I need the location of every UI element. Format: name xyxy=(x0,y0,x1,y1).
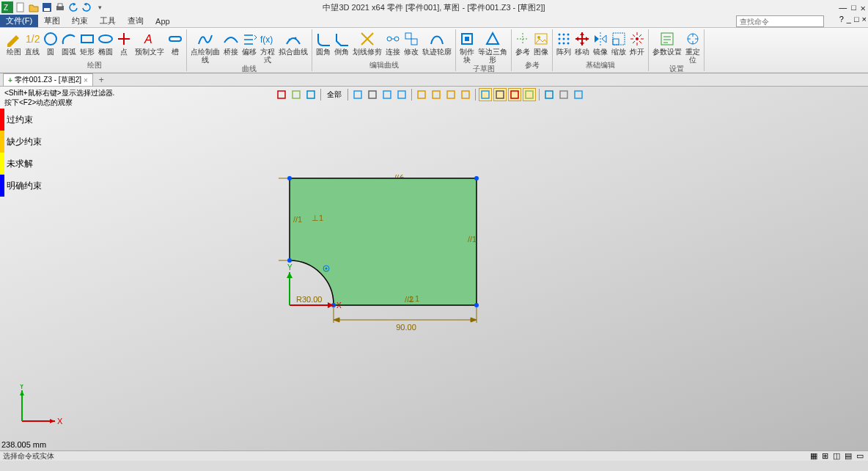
close-icon[interactable]: ⨉ xyxy=(861,3,865,12)
toolbar-box2-icon[interactable] xyxy=(459,88,472,101)
ribbon-btn-镜像[interactable]: 镜像 xyxy=(592,29,609,56)
svg-rect-44 xyxy=(369,91,376,98)
ribbon-btn-参考[interactable]: 参考 xyxy=(514,29,532,56)
svg-point-25 xyxy=(559,34,561,36)
tab-add-button[interactable]: + xyxy=(95,75,108,85)
menu-App[interactable]: App xyxy=(150,15,176,27)
legend-label: 缺少约束 xyxy=(7,136,42,148)
undo-icon[interactable] xyxy=(67,1,79,13)
array-icon xyxy=(556,31,572,47)
ribbon-btn-桥接[interactable]: 桥接 xyxy=(222,29,240,64)
command-search-input[interactable] xyxy=(736,15,824,27)
ribbon-btn-椭圆[interactable]: 椭圆 xyxy=(97,29,114,56)
axis-x-label: X xyxy=(336,302,342,310)
toolbar-exit-icon[interactable] xyxy=(275,88,288,101)
menu-工具[interactable]: 工具 xyxy=(94,15,122,27)
redo-icon[interactable] xyxy=(81,1,92,13)
ribbon-btn-修改[interactable]: 修改 xyxy=(402,29,420,56)
svg-point-10 xyxy=(99,35,112,43)
ribbon-btn-等边三角形[interactable]: 等边三角形 xyxy=(477,29,509,64)
status-more-icon[interactable]: ▭ xyxy=(856,451,864,461)
minimize-icon[interactable]: — xyxy=(839,3,847,12)
status-ortho-icon[interactable]: ⊞ xyxy=(822,451,828,461)
ribbon-btn-偏移[interactable]: 偏移 xyxy=(240,29,258,64)
svg-rect-9 xyxy=(81,35,93,43)
svg-point-16 xyxy=(387,37,391,41)
ribbon-btn-移动[interactable]: 移动 xyxy=(573,29,591,56)
legend-color-icon xyxy=(0,109,4,131)
toolbar-flag-icon[interactable] xyxy=(304,88,317,101)
toolbar-cons-icon[interactable] xyxy=(523,88,536,101)
ribbon-btn-参数设置[interactable]: 参数设置 xyxy=(651,29,683,64)
ribbon-btn-圆弧[interactable]: 圆弧 xyxy=(60,29,78,56)
menu-文件(F)[interactable]: 文件(F) xyxy=(0,15,38,27)
toolbar-all-label[interactable]: 全部 xyxy=(324,90,345,100)
ribbon-btn-炸开[interactable]: 炸开 xyxy=(628,29,646,56)
dim-width[interactable]: 90.00 xyxy=(396,323,416,332)
ribbon-btn-制作块[interactable]: 制作块 xyxy=(458,29,476,64)
ribbon-btn-槽[interactable]: 槽 xyxy=(166,29,184,56)
svg-rect-47 xyxy=(418,91,425,98)
ref-icon xyxy=(515,31,531,47)
ribbon-btn-绘图[interactable]: 绘图 xyxy=(5,29,23,56)
ribbon-btn-缩放[interactable]: 缩放 xyxy=(610,29,628,56)
status-layer-icon[interactable]: ▤ xyxy=(845,451,852,461)
svg-point-31 xyxy=(559,43,561,45)
ribbon-btn-圆[interactable]: 圆 xyxy=(42,29,59,56)
toolbar-dash-icon[interactable] xyxy=(542,88,556,101)
tab-close-icon[interactable]: × xyxy=(84,76,88,84)
child-close-icon[interactable]: × xyxy=(862,15,867,23)
ribbon-btn-直线[interactable]: 1/2直线 xyxy=(23,29,41,56)
toolbar-filt-icon[interactable] xyxy=(493,88,507,101)
menu-约束[interactable]: 约束 xyxy=(66,15,94,27)
ribbon-btn-点绘制曲线[interactable]: 点绘制曲线 xyxy=(189,29,221,64)
print-icon[interactable] xyxy=(54,1,66,13)
ribbon-btn-重定位[interactable]: 重定位 xyxy=(684,29,702,64)
qat-dropdown-icon[interactable]: ▾ xyxy=(94,1,106,13)
ribbon-btn-倒角[interactable]: 倒角 xyxy=(333,29,350,56)
menu-查询[interactable]: 查询 xyxy=(122,15,150,27)
new-icon[interactable] xyxy=(15,1,26,13)
child-min-icon[interactable]: _ xyxy=(847,15,851,23)
toolbar-eye-icon[interactable] xyxy=(557,88,570,101)
explode-icon xyxy=(629,31,645,47)
status-grid-icon[interactable]: ▦ xyxy=(810,451,817,461)
toolbar-grid-icon[interactable] xyxy=(380,88,394,101)
drawing-canvas[interactable]: <Shift+鼠标右键>显示选择过滤器. 按下<F2>动态的观察 全部 过约束缺… xyxy=(0,87,868,450)
toolbar-win-icon[interactable] xyxy=(415,88,428,101)
toolbar-layer-icon[interactable] xyxy=(430,88,443,101)
ribbon-btn-划线修剪[interactable]: 划线修剪 xyxy=(351,29,383,56)
child-max-icon[interactable]: □ xyxy=(854,15,859,23)
save-icon[interactable] xyxy=(41,1,53,13)
toolbar-snap-icon[interactable] xyxy=(508,88,521,101)
ribbon-btn-预制文字[interactable]: A预制文字 xyxy=(133,29,166,56)
open-icon[interactable] xyxy=(28,1,40,13)
toolbar-gear-icon[interactable] xyxy=(572,88,585,101)
maximize-icon[interactable]: □ xyxy=(851,3,856,12)
toolbar-brush-icon[interactable] xyxy=(290,88,303,101)
toolbar-drop-icon[interactable] xyxy=(366,88,379,101)
toolbar-sel-icon[interactable] xyxy=(479,88,492,101)
ribbon-btn-矩形[interactable]: 矩形 xyxy=(78,29,96,56)
spline-icon xyxy=(197,31,213,47)
toolbar-box-icon[interactable] xyxy=(444,88,457,101)
ribbon-btn-拟合曲线[interactable]: 拟合曲线 xyxy=(277,29,309,64)
menu-草图[interactable]: 草图 xyxy=(38,15,66,27)
ribbon-btn-连接[interactable]: 连接 xyxy=(384,29,402,56)
svg-text:f(x): f(x) xyxy=(260,34,273,45)
svg-point-17 xyxy=(394,37,399,41)
toolbar-grid2-icon[interactable] xyxy=(395,88,408,101)
toolbar-cube-icon[interactable] xyxy=(351,88,364,101)
ribbon-btn-阵列[interactable]: 阵列 xyxy=(555,29,573,56)
ribbon-btn-点[interactable]: 点 xyxy=(115,29,133,56)
app-logo-icon[interactable]: Z xyxy=(1,1,13,13)
ribbon-btn-轨迹轮廓[interactable]: 轨迹轮廓 xyxy=(421,29,453,56)
help-icon[interactable]: ? xyxy=(839,15,844,23)
tab-marker-icon: + xyxy=(8,76,12,84)
ribbon-btn-图像[interactable]: 图像 xyxy=(532,29,550,56)
dim-radius[interactable]: R30.00 xyxy=(296,295,322,304)
status-snap-icon[interactable]: ◫ xyxy=(833,451,840,461)
tab-sketch2[interactable]: + 零件001.Z3 - [草图2] × xyxy=(3,73,93,86)
ribbon-btn-圆角[interactable]: 圆角 xyxy=(315,29,332,56)
ribbon-btn-方程式[interactable]: f(x)方程式 xyxy=(259,29,276,64)
